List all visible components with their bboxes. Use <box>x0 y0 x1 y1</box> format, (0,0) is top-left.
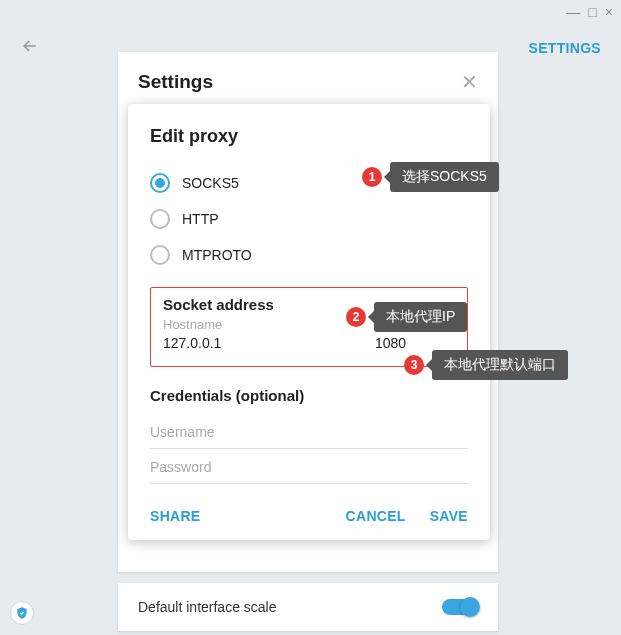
callout-badge: 2 <box>346 307 366 327</box>
callout-1: 1 选择SOCKS5 <box>362 162 499 192</box>
hostname-field[interactable]: Hostname <box>163 317 355 354</box>
callout-text: 本地代理IP <box>374 302 467 332</box>
share-button[interactable]: SHARE <box>150 508 201 524</box>
password-input[interactable] <box>150 449 468 484</box>
radio-label: SOCKS5 <box>182 175 239 191</box>
radio-label: MTPROTO <box>182 247 252 263</box>
close-window-icon[interactable]: × <box>605 4 613 20</box>
radio-icon <box>150 209 170 229</box>
cancel-button[interactable]: CANCEL <box>346 508 406 524</box>
settings-link[interactable]: SETTINGS <box>529 40 601 56</box>
settings-title: Settings <box>138 71 213 93</box>
callout-text: 选择SOCKS5 <box>390 162 499 192</box>
username-input[interactable] <box>150 414 468 449</box>
credentials-title: Credentials (optional) <box>150 387 468 404</box>
interface-scale-toggle[interactable] <box>442 599 478 615</box>
interface-scale-label: Default interface scale <box>138 599 277 615</box>
back-arrow-icon[interactable] <box>20 36 40 61</box>
save-button[interactable]: SAVE <box>430 508 468 524</box>
callout-badge: 3 <box>404 355 424 375</box>
radio-mtproto[interactable]: MTPROTO <box>150 237 468 273</box>
callout-3: 3 本地代理默认端口 <box>404 350 568 380</box>
radio-http[interactable]: HTTP <box>150 201 468 237</box>
close-icon[interactable]: ✕ <box>461 70 478 94</box>
minimize-icon[interactable]: — <box>566 4 580 20</box>
hostname-input[interactable] <box>163 332 355 354</box>
hostname-label: Hostname <box>163 317 355 332</box>
maximize-icon[interactable]: □ <box>588 4 596 20</box>
interface-scale-row: Default interface scale <box>118 583 498 631</box>
shield-badge-icon <box>10 601 34 625</box>
modal-actions: SHARE CANCEL SAVE <box>150 508 468 524</box>
window-controls: — □ × <box>558 0 621 24</box>
callout-badge: 1 <box>362 167 382 187</box>
callout-text: 本地代理默认端口 <box>432 350 568 380</box>
callout-2: 2 本地代理IP <box>346 302 467 332</box>
radio-label: HTTP <box>182 211 219 227</box>
radio-icon <box>150 245 170 265</box>
radio-icon <box>150 173 170 193</box>
modal-title: Edit proxy <box>150 126 468 147</box>
